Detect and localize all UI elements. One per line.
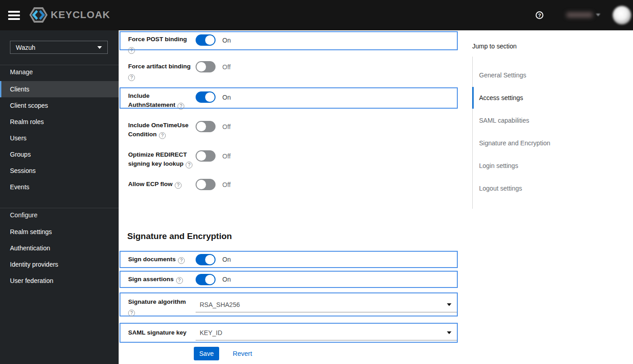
row-allow-ecp-flow: Allow ECP flow? Off — [128, 180, 458, 190]
jump-item-access-settings[interactable]: Access settings — [479, 86, 608, 109]
help-icon[interactable]: ? — [128, 310, 135, 316]
toggle-state: Off — [222, 123, 230, 130]
row-force-post-binding: Force POST binding? On — [120, 31, 458, 50]
field-label: Force artifact binding? — [128, 62, 196, 81]
field-label: Force POST binding? — [128, 35, 196, 54]
chevron-down-icon — [447, 331, 451, 334]
nav-toggle-hamburger-icon[interactable] — [8, 11, 21, 20]
help-icon[interactable]: ? — [128, 74, 135, 81]
include-onetimeuse-toggle[interactable] — [196, 121, 216, 132]
field-label: Include OneTimeUse Condition? — [128, 121, 196, 139]
field-label: SAML signature key — [128, 328, 196, 337]
realm-selector[interactable]: Wazuh — [10, 41, 108, 54]
field-label: Sign assertions? — [128, 275, 196, 284]
sidebar-item-identity-providers[interactable]: Identity providers — [0, 256, 119, 273]
signature-algorithm-select[interactable]: RSA_SHA256 — [196, 297, 457, 312]
jump-item-general-settings[interactable]: General Settings — [479, 64, 608, 86]
toggle-state: Off — [222, 153, 230, 160]
user-menu-chevron-down-icon[interactable] — [596, 14, 600, 16]
toggle-state: On — [222, 256, 231, 263]
sidebar-item-realm-roles[interactable]: Realm roles — [0, 114, 119, 130]
brand-text: KEYCLOAK — [51, 9, 110, 21]
help-icon[interactable]: ? — [128, 47, 135, 54]
sidebar-divider — [0, 208, 119, 208]
keycloak-logo-icon — [29, 7, 48, 23]
field-label: Signature algorithm? — [128, 297, 196, 316]
toggle-state: On — [222, 276, 231, 283]
jump-to-section-panel: Jump to section General Settings Access … — [472, 43, 608, 209]
sidebar-section-manage: Manage — [10, 66, 33, 78]
jump-item-saml-capabilities[interactable]: SAML capabilities — [479, 109, 608, 132]
jump-to-section-list: General Settings Access settings SAML ca… — [472, 57, 608, 209]
save-button[interactable]: Save — [194, 347, 219, 360]
help-icon[interactable]: ? — [536, 11, 543, 19]
sidebar-section-configure: Configure — [10, 209, 38, 221]
masthead: KEYCLOAK ? — [0, 0, 633, 30]
selected-value: RSA_SHA256 — [200, 301, 240, 308]
help-icon[interactable]: ? — [159, 132, 166, 139]
keycloak-brand[interactable]: KEYCLOAK — [29, 7, 110, 23]
row-sign-assertions: Sign assertions? On — [120, 271, 458, 288]
jump-item-signature-and-encryption[interactable]: Signature and Encryption — [479, 132, 608, 154]
help-icon[interactable]: ? — [186, 162, 192, 168]
help-icon[interactable]: ? — [175, 182, 182, 189]
realm-name: Wazuh — [16, 44, 35, 51]
sidebar-item-user-federation[interactable]: User federation — [0, 273, 119, 289]
help-icon[interactable]: ? — [177, 103, 184, 110]
optimize-redirect-toggle[interactable] — [196, 150, 216, 162]
sign-documents-toggle[interactable] — [196, 254, 216, 265]
jump-item-login-settings[interactable]: Login settings — [479, 154, 608, 177]
toggle-state: Off — [222, 63, 230, 71]
username-redacted[interactable] — [566, 12, 593, 18]
row-include-onetimeuse-condition: Include OneTimeUse Condition? Off — [128, 121, 458, 139]
revert-link[interactable]: Revert — [233, 350, 252, 357]
jump-item-logout-settings[interactable]: Logout settings — [479, 177, 608, 200]
force-post-binding-toggle[interactable] — [196, 34, 216, 46]
sidebar-item-users[interactable]: Users — [0, 130, 119, 146]
row-include-authnstatement: Include AuthnStatement? On — [120, 87, 458, 109]
avatar[interactable] — [613, 6, 631, 24]
field-label: Allow ECP flow? — [128, 180, 196, 189]
realm-chevron-down-icon — [97, 46, 102, 49]
sidebar-item-groups[interactable]: Groups — [0, 146, 119, 163]
row-saml-signature-key: SAML signature key KEY_ID — [120, 323, 458, 343]
sidebar-item-events[interactable]: Events — [0, 179, 119, 195]
allow-ecp-flow-toggle[interactable] — [196, 179, 216, 190]
sign-assertions-toggle[interactable] — [196, 274, 216, 285]
field-label: Include AuthnStatement? — [128, 91, 196, 110]
sidebar-item-client-scopes[interactable]: Client scopes — [0, 97, 119, 114]
sidebar-manage-list: Clients Client scopes Realm roles Users … — [0, 81, 119, 195]
sidebar: Wazuh Manage Clients Client scopes Realm… — [0, 30, 119, 364]
section-heading-signature-encryption: Signature and Encryption — [127, 231, 232, 241]
field-label: Sign documents? — [128, 255, 196, 264]
sidebar-configure-list: Realm settings Authentication Identity p… — [0, 224, 119, 289]
toggle-state: On — [222, 37, 231, 44]
field-label: Optimize REDIRECT signing key lookup? — [128, 150, 196, 168]
sidebar-item-authentication[interactable]: Authentication — [0, 240, 119, 256]
sidebar-item-sessions[interactable]: Sessions — [0, 163, 119, 179]
toggle-state: Off — [222, 181, 230, 188]
row-sign-documents: Sign documents? On — [120, 251, 458, 268]
jump-to-section-title: Jump to section — [472, 43, 608, 50]
force-artifact-binding-toggle[interactable] — [196, 61, 216, 72]
saml-signature-key-select[interactable]: KEY_ID — [196, 326, 457, 340]
sidebar-item-clients[interactable]: Clients — [0, 81, 119, 97]
row-optimize-redirect-lookup: Optimize REDIRECT signing key lookup? Of… — [128, 150, 458, 168]
chevron-down-icon — [447, 303, 451, 306]
sidebar-divider — [0, 65, 119, 65]
selected-value: KEY_ID — [200, 329, 222, 336]
toggle-state: On — [222, 94, 231, 101]
row-force-artifact-binding: Force artifact binding? Off — [128, 62, 458, 81]
keycloak-admin-console: KEYCLOAK ? Wazuh Manage Clients Client s… — [0, 0, 633, 364]
include-authnstatement-toggle[interactable] — [196, 91, 216, 103]
help-icon[interactable]: ? — [178, 257, 185, 264]
sidebar-item-realm-settings[interactable]: Realm settings — [0, 224, 119, 240]
help-icon[interactable]: ? — [176, 277, 183, 284]
row-signature-algorithm: Signature algorithm? RSA_SHA256 — [120, 292, 458, 316]
